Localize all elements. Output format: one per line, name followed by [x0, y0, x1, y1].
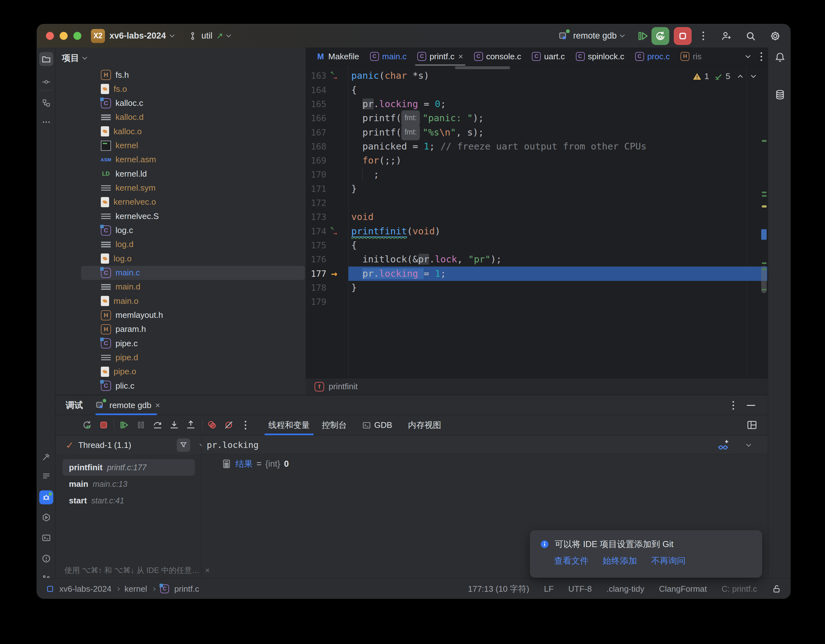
- clang-format-widget[interactable]: ClangFormat: [659, 584, 707, 594]
- next-problem-chevron-down-icon[interactable]: [751, 73, 756, 78]
- database-icon[interactable]: [774, 89, 791, 100]
- execution-pointer-gutter-icon[interactable]: →: [331, 267, 337, 281]
- notification-action-1[interactable]: 查看文件: [554, 555, 589, 567]
- tab-printf-c[interactable]: Cprintf.c×: [412, 48, 468, 66]
- tab-spinlock-c[interactable]: Cspinlock.c: [570, 48, 630, 66]
- line-number[interactable]: 164: [306, 83, 326, 97]
- tree-item-pipe-o[interactable]: pipe.o: [63, 365, 305, 379]
- line-number[interactable]: 169: [306, 153, 326, 168]
- code-line-178[interactable]: 178}: [306, 280, 768, 295]
- tab-ris[interactable]: Hris: [675, 48, 707, 66]
- line-number[interactable]: 167: [306, 125, 326, 140]
- code-line-176[interactable]: 176 initlock(&pr.lock, "pr");: [306, 252, 768, 267]
- line-number[interactable]: 176: [306, 252, 326, 267]
- frames-filter-funnel-icon[interactable]: [177, 438, 190, 452]
- notification-action-3[interactable]: 不再询问: [651, 555, 686, 567]
- sidebar-item-problems[interactable]: [39, 552, 53, 565]
- tab-proc-c[interactable]: Cproc.c: [630, 48, 675, 66]
- code-line-167[interactable]: 167 printf(fmt:"%s\n", s);: [306, 125, 768, 140]
- lock-open-icon[interactable]: [772, 584, 781, 594]
- inspections-widget[interactable]: 1 5: [692, 71, 755, 81]
- status-bar-breadcrumb[interactable]: xv6-labs-2024 kernel C printf.c: [46, 578, 199, 599]
- branch-name[interactable]: util: [201, 31, 212, 41]
- notification-action-2[interactable]: 始终添加: [603, 555, 637, 567]
- tree-item-kalloc-o[interactable]: kalloc.o: [63, 124, 305, 139]
- breadcrumb-folder[interactable]: kernel: [124, 584, 147, 594]
- pause-button[interactable]: [134, 418, 148, 432]
- sidebar-item-todo[interactable]: [39, 469, 53, 483]
- tree-item-kernelvec-o[interactable]: kernelvec.o: [63, 195, 305, 209]
- clang-tidy-widget[interactable]: .clang-tidy: [606, 584, 644, 594]
- tab-makefile[interactable]: MMakefile: [311, 48, 365, 66]
- line-number[interactable]: 175: [306, 238, 326, 253]
- sidebar-item-structure[interactable]: [39, 96, 53, 110]
- navigation-arrows-gutter-icon[interactable]: ↖→: [331, 225, 346, 236]
- debug-panel-minimize-icon[interactable]: [747, 405, 755, 406]
- project-name[interactable]: xv6-labs-2024: [110, 31, 166, 41]
- tree-item-fs-h[interactable]: Hfs.h: [63, 68, 305, 82]
- tree-item-fs-o[interactable]: fs.o: [63, 82, 305, 96]
- line-number[interactable]: 172: [306, 196, 326, 210]
- titlebar-more-actions-kebab[interactable]: [703, 32, 704, 40]
- step-into-button[interactable]: [167, 418, 182, 432]
- step-out-button[interactable]: [184, 418, 198, 432]
- line-number[interactable]: 173: [306, 210, 326, 224]
- previous-problem-chevron-up-icon[interactable]: [738, 75, 743, 80]
- watch-expression-row[interactable]: pr.locking: [202, 436, 768, 454]
- debug-session-close-icon[interactable]: ×: [155, 401, 160, 410]
- code-line-175[interactable]: 175{: [306, 238, 768, 253]
- tabs-overflow-chevron-down-icon[interactable]: [746, 53, 751, 58]
- tab-main-c[interactable]: Cmain.c: [365, 48, 412, 66]
- stop-button[interactable]: [674, 27, 692, 45]
- tree-item-log-d[interactable]: log.d: [63, 237, 305, 251]
- navigation-arrows-gutter-icon[interactable]: ↖→: [331, 69, 346, 80]
- line-ending-widget[interactable]: LF: [544, 584, 553, 594]
- breadcrumb-file[interactable]: printf.c: [174, 584, 199, 594]
- debug-session-tab[interactable]: remote gdb ×: [96, 395, 160, 415]
- tree-item-kernel[interactable]: kernel: [63, 139, 305, 153]
- tab-console[interactable]: 控制台: [322, 415, 347, 435]
- debug-toolbar-kebab[interactable]: [238, 418, 253, 432]
- branch-chevron-down-icon[interactable]: [226, 32, 231, 38]
- resume-button[interactable]: [117, 418, 131, 432]
- code-line-166[interactable]: 166 printf(fmt:"panic: ");: [306, 111, 768, 125]
- sidebar-item-debug[interactable]: [39, 490, 53, 504]
- tree-item-kernel-ld[interactable]: LDkernel.ld: [63, 167, 305, 181]
- tab-threads-variables[interactable]: 线程和变量: [268, 415, 310, 435]
- tree-item-pipe-c[interactable]: Cpipe.c: [63, 336, 305, 350]
- resume-program-button[interactable]: [633, 27, 652, 45]
- language-mode-widget[interactable]: C: printf.c: [721, 584, 757, 594]
- tree-item-kernel-asm[interactable]: ASMkernel.asm: [63, 153, 305, 167]
- sidebar-item-services[interactable]: [39, 510, 53, 524]
- sidebar-item-build[interactable]: [39, 450, 53, 464]
- editor-options-kebab[interactable]: [760, 52, 762, 61]
- tree-item-main-d[interactable]: main.d: [63, 280, 305, 294]
- line-number[interactable]: 163: [306, 69, 326, 83]
- caret-position-widget[interactable]: 177:13 (10 字符): [468, 584, 529, 595]
- panes-divider[interactable]: [201, 435, 202, 579]
- stop-debug-button[interactable]: [96, 418, 111, 432]
- tree-item-main-o[interactable]: main.o: [63, 294, 305, 308]
- project-badge[interactable]: X2: [91, 29, 105, 43]
- line-number[interactable]: 177: [306, 267, 326, 281]
- hint-close-icon[interactable]: ×: [205, 566, 210, 575]
- watch-options-chevron-down-icon[interactable]: [746, 442, 751, 447]
- line-number[interactable]: 165: [306, 97, 326, 111]
- sidebar-item-project[interactable]: [39, 52, 53, 66]
- code-line-179[interactable]: 179: [306, 294, 768, 309]
- mute-breakpoints-button[interactable]: [221, 418, 236, 432]
- tab-uart-c[interactable]: Cuart.c: [527, 48, 570, 66]
- breadcrumb-function-name[interactable]: printfinit: [329, 382, 358, 391]
- debug-panel-options-kebab[interactable]: [732, 401, 734, 410]
- code-line-168[interactable]: 168 panicked = 1; // freeze uart output …: [306, 139, 768, 154]
- view-breakpoints-button[interactable]: [205, 418, 219, 432]
- code-editor[interactable]: 162void163↖→panic(char *s)164{165 pr.loc…: [306, 66, 768, 378]
- code-line-174[interactable]: 174↖→printfinit(void): [306, 224, 768, 239]
- minimize-window-button[interactable]: [60, 32, 68, 40]
- code-line-169[interactable]: 169 for(;;): [306, 153, 768, 168]
- line-number[interactable]: 179: [306, 294, 326, 309]
- tree-item-kalloc-d[interactable]: kalloc.d: [63, 110, 305, 124]
- thread-selector[interactable]: ✓ Thread-1 (1.1): [56, 436, 201, 454]
- stack-frame-printfinit[interactable]: printfinitprintf.c:177: [63, 459, 195, 476]
- tree-item-pipe-d[interactable]: pipe.d: [63, 351, 305, 365]
